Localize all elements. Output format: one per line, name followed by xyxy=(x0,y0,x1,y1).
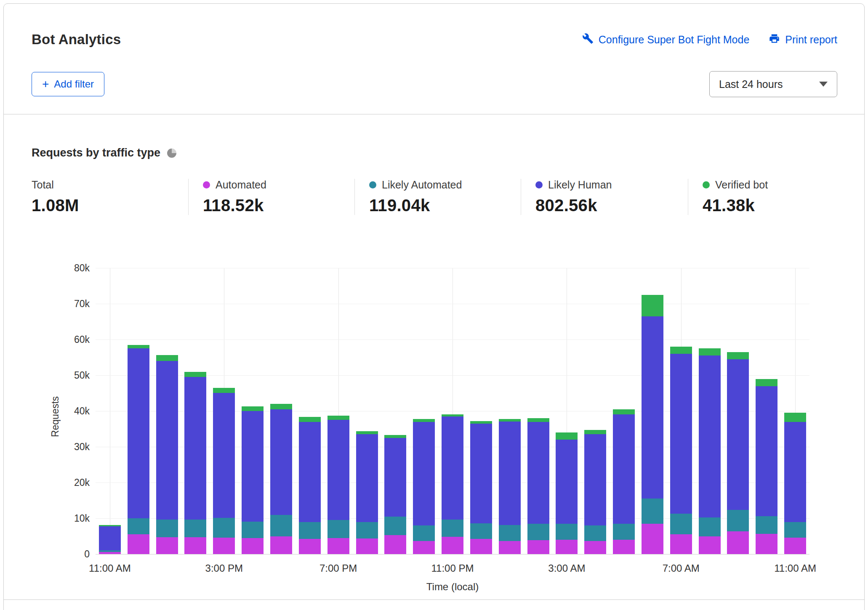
requests-chart: Requests 010k20k30k40k50k60k70k80k Time … xyxy=(32,268,837,597)
stacked-bar[interactable] xyxy=(556,432,578,554)
stacked-bar[interactable] xyxy=(784,413,806,554)
x-tick-label: 3:00 AM xyxy=(548,562,585,574)
stacked-bar[interactable] xyxy=(156,355,178,554)
likely-human-dot-icon xyxy=(535,181,543,188)
bar-slot xyxy=(638,268,667,554)
stacked-bar[interactable] xyxy=(727,352,749,554)
bar-segment-likely-automated xyxy=(584,525,606,541)
bar-segment-verified-bot xyxy=(699,348,721,355)
card-header: Bot Analytics Configure Super Bot Fight … xyxy=(4,4,864,114)
stat-likely-automated-label: Likely Automated xyxy=(382,179,462,191)
stacked-bar[interactable] xyxy=(384,435,406,554)
stacked-bar[interactable] xyxy=(499,419,521,554)
bar-segment-likely-automated xyxy=(156,520,178,538)
bar-slot xyxy=(238,268,267,554)
bar-slot xyxy=(581,268,610,554)
bar-segment-likely-human xyxy=(184,377,206,519)
traffic-type-stats: Total 1.08M Automated 118.52k Likely Aut… xyxy=(32,179,837,215)
y-tick-label: 60k xyxy=(74,334,90,345)
bar-segment-likely-automated xyxy=(213,518,235,538)
configure-super-bot-fight-mode-link[interactable]: Configure Super Bot Fight Mode xyxy=(582,33,750,47)
section-divider xyxy=(4,599,864,600)
print-report-link[interactable]: Print report xyxy=(769,33,837,47)
y-axis: 010k20k30k40k50k60k70k80k xyxy=(32,268,96,554)
bar-segment-likely-automated xyxy=(384,517,406,535)
stacked-bar[interactable] xyxy=(470,421,492,554)
bar-segment-automated xyxy=(556,540,578,554)
y-tick-label: 10k xyxy=(74,513,90,524)
bar-segment-likely-human xyxy=(699,355,721,517)
stacked-bar[interactable] xyxy=(670,347,692,554)
stacked-bar[interactable] xyxy=(242,406,264,554)
stacked-bar[interactable] xyxy=(442,414,463,554)
stacked-bar[interactable] xyxy=(99,525,121,554)
bar-slot xyxy=(610,268,638,554)
bar-segment-automated xyxy=(242,538,264,554)
stacked-bar[interactable] xyxy=(327,416,349,554)
bar-slot xyxy=(296,268,324,554)
stat-automated-label: Automated xyxy=(216,179,266,191)
bar-segment-likely-automated xyxy=(270,515,292,536)
bar-segment-automated xyxy=(784,538,806,554)
bar-segment-likely-automated xyxy=(727,510,749,531)
add-filter-label: Add filter xyxy=(54,78,94,90)
bar-slot xyxy=(438,268,467,554)
verified-bot-dot-icon xyxy=(703,181,710,188)
stacked-bar[interactable] xyxy=(756,379,777,554)
y-tick-label: 80k xyxy=(74,263,90,274)
bar-segment-verified-bot xyxy=(356,431,378,435)
bar-segment-likely-automated xyxy=(642,499,663,524)
bar-segment-automated xyxy=(156,537,178,554)
stacked-bar[interactable] xyxy=(584,430,606,554)
stat-total[interactable]: Total 1.08M xyxy=(32,179,188,215)
stacked-bar[interactable] xyxy=(413,419,435,554)
bar-segment-likely-automated xyxy=(556,524,578,540)
stacked-bar[interactable] xyxy=(270,404,292,554)
stat-automated[interactable]: Automated 118.52k xyxy=(188,179,354,215)
pie-chart-icon xyxy=(167,149,176,158)
stacked-bar[interactable] xyxy=(527,418,549,554)
configure-link-label: Configure Super Bot Fight Mode xyxy=(599,34,750,46)
stat-verified-bot-label: Verified bot xyxy=(715,179,768,191)
add-filter-button[interactable]: + Add filter xyxy=(32,72,104,96)
time-range-dropdown[interactable]: Last 24 hours xyxy=(709,71,837,97)
bar-segment-likely-automated xyxy=(699,517,721,536)
stacked-bar[interactable] xyxy=(356,431,378,554)
stacked-bar[interactable] xyxy=(299,417,321,554)
bar-segment-verified-bot xyxy=(613,409,635,415)
automated-dot-icon xyxy=(203,181,210,188)
bar-segment-verified-bot xyxy=(270,404,292,409)
bar-segment-automated xyxy=(613,540,635,554)
bar-segment-verified-bot xyxy=(327,416,349,420)
bar-segment-automated xyxy=(356,538,378,554)
stacked-bar[interactable] xyxy=(699,348,721,554)
stat-automated-value: 118.52k xyxy=(203,196,346,215)
bar-slot xyxy=(781,268,809,554)
stacked-bar[interactable] xyxy=(128,345,149,554)
stat-verified-bot[interactable]: Verified bot 41.38k xyxy=(688,179,831,215)
stacked-bar[interactable] xyxy=(184,372,206,554)
bar-segment-verified-bot xyxy=(784,413,806,422)
bar-segment-automated xyxy=(499,541,521,554)
stat-likely-automated-value: 119.04k xyxy=(369,196,512,215)
wrench-icon xyxy=(582,33,594,47)
x-axis-title: Time (local) xyxy=(426,581,479,593)
x-tick-label: 11:00 AM xyxy=(89,562,131,574)
bar-slot xyxy=(467,268,495,554)
bar-segment-likely-human xyxy=(556,440,578,524)
bar-segment-likely-human xyxy=(213,393,235,518)
bar-segment-likely-human xyxy=(413,422,435,526)
stat-likely-human-label: Likely Human xyxy=(548,179,612,191)
bar-segment-automated xyxy=(584,541,606,554)
stacked-bar[interactable] xyxy=(613,409,635,554)
stat-likely-automated[interactable]: Likely Automated 119.04k xyxy=(354,179,521,215)
bar-segment-likely-automated xyxy=(784,522,806,538)
time-range-value: Last 24 hours xyxy=(719,78,783,90)
analytics-card: Bot Analytics Configure Super Bot Fight … xyxy=(3,3,865,610)
bar-slot xyxy=(553,268,581,554)
stat-likely-human[interactable]: Likely Human 802.56k xyxy=(521,179,688,215)
bar-segment-verified-bot xyxy=(499,419,521,422)
stacked-bar[interactable] xyxy=(213,388,235,554)
stacked-bar[interactable] xyxy=(642,295,663,554)
bar-segment-automated xyxy=(642,524,663,554)
